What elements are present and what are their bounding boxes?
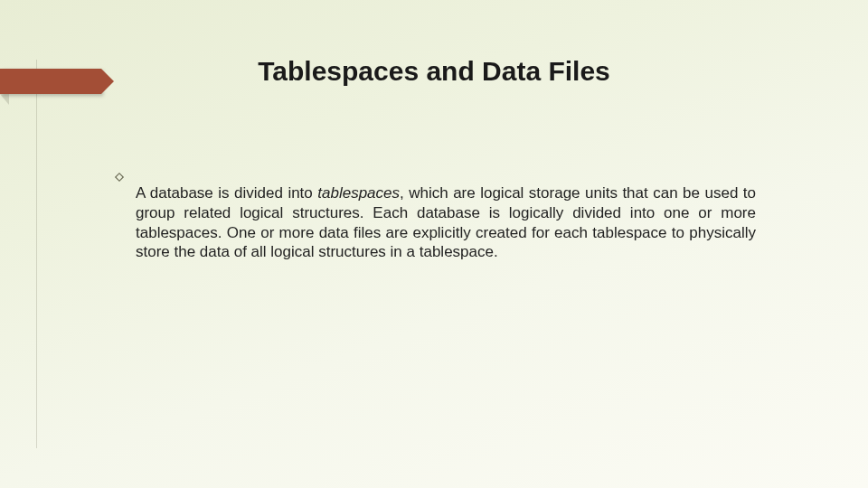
content-block: A database is divided into tablespaces, … — [134, 168, 756, 277]
ribbon-fold — [0, 94, 9, 105]
diamond-bullet-icon — [114, 172, 125, 183]
bullet-item: A database is divided into tablespaces, … — [134, 168, 756, 277]
italic-term: tablespaces — [317, 184, 400, 202]
vertical-decor-line — [36, 60, 37, 448]
slide-title: Tablespaces and Data Files — [0, 56, 868, 87]
bullet-text: A database is divided into tablespaces, … — [136, 183, 756, 262]
slide: Tablespaces and Data Files A database is… — [0, 0, 868, 488]
svg-rect-0 — [116, 174, 123, 181]
text-before: A database is divided into — [136, 184, 317, 202]
